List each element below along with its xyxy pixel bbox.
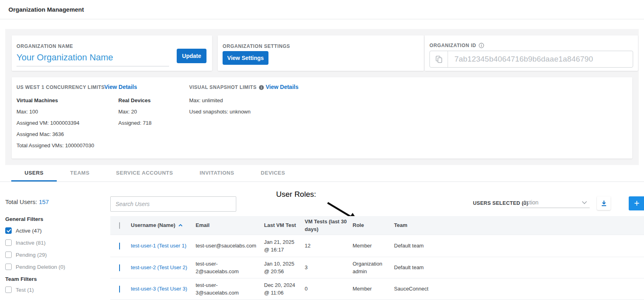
view-settings-button[interactable]: View Settings — [223, 51, 268, 65]
header-vm-tests[interactable]: VM Tests (last 30 days) — [305, 218, 353, 233]
organization-settings-label: ORGANIZATION SETTINGS — [223, 43, 290, 49]
info-outline-icon[interactable] — [479, 43, 484, 48]
vm-assigned-mac: Assigned Mac: 3636 — [17, 131, 94, 137]
total-users-label: Total Users: — [5, 198, 37, 205]
copy-icon[interactable] — [430, 51, 448, 67]
checkbox[interactable] — [5, 239, 12, 246]
filter-active-47: Active (47) — [5, 227, 42, 234]
filter-pending-29: Pending (29) — [5, 251, 47, 258]
organization-id-field: 7ab12345b4064716b9b6daae1a846790 — [429, 51, 633, 68]
snapshot-used: Used snapshots: unknown — [189, 109, 250, 115]
header-username[interactable]: Username (Name) — [131, 221, 175, 229]
virtual-machines-title: Virtual Machines — [17, 97, 94, 103]
cell-last-vm-test: Jan 21, 2025 @ 16:17 — [264, 238, 305, 254]
cell-email: test-user-3@saucelabs.com — [196, 281, 264, 297]
checkbox[interactable] — [5, 287, 12, 293]
add-user-button[interactable]: + — [629, 196, 644, 210]
organization-settings-card: ORGANIZATION SETTINGS View Settings — [218, 35, 424, 71]
real-devices-title: Real Devices — [118, 97, 151, 103]
page-title: Organization Management — [8, 0, 84, 19]
users-selected-label: USERS SELECTED (3) — [473, 200, 528, 206]
vm-total-assigned: Total Assigned VMs: 1000007030 — [17, 142, 94, 148]
real-devices-column: Real Devices Max: 20 Assigned: 718 — [118, 97, 151, 131]
table-row: test-user-3 (Test User 3)test-user-3@sau… — [110, 278, 644, 300]
checkbox[interactable] — [5, 251, 12, 258]
top-bar: Organization Management — [0, 0, 644, 19]
header-last-vm-test[interactable]: Last VM Test — [264, 221, 305, 229]
username-link[interactable]: test-user-2 (Test User 2) — [131, 264, 187, 270]
snapshot-column: Max: unlimited Used snapshots: unknown — [189, 97, 250, 120]
visual-snapshot-limits-label: VISUAL SNAPSHOT LIMITS — [189, 85, 256, 90]
rd-max: Max: 20 — [118, 109, 151, 115]
table-row: test-user-1 (Test user 1)test-user@sauce… — [110, 235, 644, 257]
tab-users[interactable]: USERS — [11, 165, 57, 181]
search-input[interactable] — [110, 196, 236, 212]
tab-service-accounts[interactable]: SERVICE ACCOUNTS — [103, 165, 186, 181]
header-role[interactable]: Role — [353, 221, 394, 229]
cell-role: Member — [353, 242, 394, 250]
cell-team: Default team — [394, 242, 644, 250]
header-team[interactable]: Team — [394, 221, 644, 229]
filter-label: Inactive (81) — [16, 240, 45, 246]
tab-invitations[interactable]: INVITATIONS — [186, 165, 248, 181]
cell-username: test-user-2 (Test User 2) — [131, 264, 196, 272]
cell-last-vm-test: Jan 10, 2025 @ 20:56 — [264, 260, 305, 276]
filter-inactive-81: Inactive (81) — [5, 239, 45, 246]
plus-icon: + — [634, 198, 639, 209]
organization-id-card: ORGANIZATION ID 7ab12345b4064716b9b6daae… — [425, 35, 638, 71]
users-table: Username (Name) Email Last VM Test VM Te… — [110, 216, 644, 300]
chevron-up-icon[interactable] — [178, 224, 183, 227]
cell-email: test-user@saucelabs.com — [196, 242, 264, 250]
organization-id-value: 7ab12345b4064716b9b6daae1a846790 — [448, 55, 593, 64]
action-dropdown-value: Action — [520, 199, 539, 206]
vm-assigned-vm: Assigned VM: 1000003394 — [17, 120, 94, 126]
cell-vm-tests: 3 — [305, 264, 353, 272]
tabs-bar: USERSTEAMSSERVICE ACCOUNTSINVITATIONSDEV… — [0, 165, 644, 182]
organization-name-label: ORGANIZATION NAME — [17, 43, 73, 49]
users-table-header: Username (Name) Email Last VM Test VM Te… — [110, 216, 644, 235]
action-dropdown[interactable]: Action — [520, 197, 590, 208]
download-users-button[interactable] — [597, 196, 611, 210]
update-button[interactable]: Update — [177, 49, 206, 63]
download-icon — [601, 200, 607, 207]
header-email[interactable]: Email — [196, 221, 264, 229]
tab-teams[interactable]: TEAMS — [57, 165, 103, 181]
organization-name-input[interactable]: Your Organization Name — [17, 52, 169, 66]
cell-username: test-user-3 (Test User 3) — [131, 285, 196, 293]
cell-team: SauceConnect — [394, 285, 644, 293]
filter-label: Active (47) — [16, 228, 42, 234]
concurrency-limits-label: US WEST 1 CONCURRENCY LIMITS — [17, 85, 105, 90]
general-filters-title: General Filters — [5, 216, 43, 222]
filter-test-1: Test (1) — [5, 287, 34, 293]
filter-pending-deletion-0: Pending Deletion (0) — [5, 264, 65, 270]
info-filled-icon[interactable] — [259, 85, 264, 90]
cell-last-vm-test: Dec 20, 2024 @ 11:06 — [264, 281, 305, 297]
concurrency-view-details-link[interactable]: View Details — [104, 84, 137, 90]
cell-vm-tests: 12 — [305, 242, 353, 250]
tab-devices[interactable]: DEVICES — [248, 165, 299, 181]
vm-max: Max: 100 — [17, 109, 94, 115]
limits-card: US WEST 1 CONCURRENCY LIMITS View Detail… — [12, 77, 632, 159]
checkbox[interactable] — [5, 227, 12, 234]
snapshot-view-details-link[interactable]: View Details — [266, 84, 298, 90]
checkbox[interactable] — [5, 264, 12, 270]
row-checkbox[interactable] — [119, 243, 120, 249]
organization-id-label: ORGANIZATION ID — [429, 43, 476, 48]
filter-label: Pending (29) — [16, 252, 47, 258]
username-link[interactable]: test-user-1 (Test user 1) — [131, 243, 186, 249]
row-checkbox[interactable] — [119, 264, 120, 271]
row-checkbox[interactable] — [119, 286, 120, 293]
organization-name-card: ORGANIZATION NAME Your Organization Name… — [12, 35, 212, 71]
org-summary-panel: ORGANIZATION NAME Your Organization Name… — [5, 29, 639, 165]
username-link[interactable]: test-user-3 (Test User 3) — [131, 286, 187, 292]
table-row: test-user-2 (Test User 2)test-user-2@sau… — [110, 257, 644, 278]
total-users-count-link[interactable]: 157 — [39, 198, 49, 205]
rd-assigned: Assigned: 718 — [118, 120, 151, 126]
team-filters-title: Team Filters — [5, 276, 37, 282]
select-all-checkbox[interactable] — [119, 222, 120, 229]
annotation-user-roles: User Roles: — [276, 190, 316, 199]
users-table-body: test-user-1 (Test user 1)test-user@sauce… — [110, 235, 644, 300]
snapshot-max: Max: unlimited — [189, 97, 250, 103]
cell-email: test-user-2@saucelabs.com — [196, 260, 264, 276]
chevron-down-icon — [582, 201, 590, 204]
